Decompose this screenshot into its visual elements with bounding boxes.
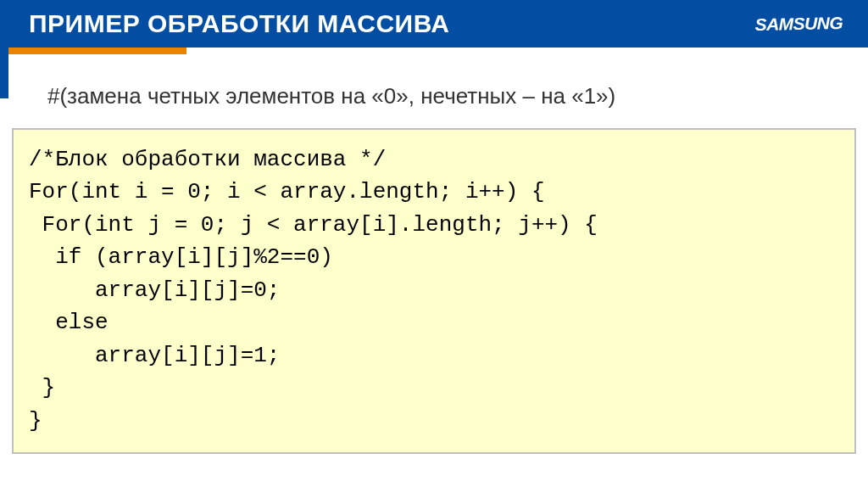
slide-title: ПРИМЕР ОБРАБОТКИ МАССИВА <box>0 9 449 38</box>
code-block: /*Блок обработки массива */ For(int i = … <box>12 128 856 454</box>
logo-text: SAMSUNG <box>754 14 843 35</box>
logo-ellipse: SAMSUNG <box>739 4 859 43</box>
slide-subtitle: #(замена четных элементов на «0», нечетн… <box>47 83 851 109</box>
accent-line <box>0 48 186 54</box>
accent-side <box>0 48 8 98</box>
brand-logo: SAMSUNG <box>729 0 868 48</box>
slide-header: ПРИМЕР ОБРАБОТКИ МАССИВА SAMSUNG <box>0 0 868 48</box>
